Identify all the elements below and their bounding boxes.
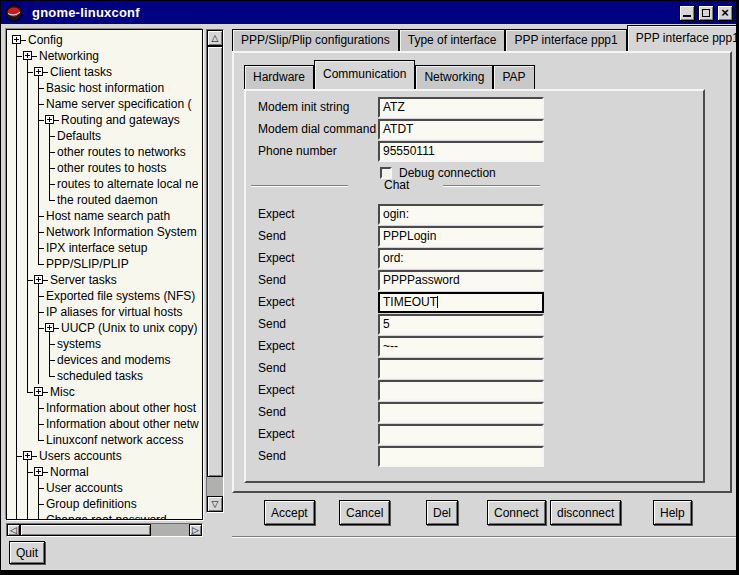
scroll-right-button[interactable]: ▷ <box>189 524 202 536</box>
disconnect-button[interactable]: disconnect <box>550 500 621 525</box>
modem-init-string-input[interactable]: ATZ <box>378 97 544 118</box>
expect-input-3[interactable]: ord: <box>378 248 544 269</box>
tree-item[interactable]: Client tasks <box>11 64 202 80</box>
expand-icon[interactable] <box>45 323 54 332</box>
send-input-6[interactable]: 5 <box>378 314 544 335</box>
accept-button[interactable]: Accept <box>264 500 315 525</box>
bottom-separator <box>232 536 736 538</box>
tab-ppp-interface-ppp1[interactable]: PPP interface ppp1 <box>627 25 737 51</box>
tab-communication[interactable]: Communication <box>314 60 415 89</box>
tree-item[interactable]: routes to alternate local ne <box>11 176 202 192</box>
tree-item[interactable]: Normal <box>11 464 202 480</box>
expect-input-5[interactable]: TIMEOUT <box>378 292 544 313</box>
tree-item[interactable]: other routes to networks <box>11 144 202 160</box>
expect-input-1[interactable]: ogin: <box>378 204 544 225</box>
tree-guide <box>22 272 33 288</box>
tab-ppp-interface-ppp1[interactable]: PPP interface ppp1 <box>505 29 626 51</box>
send-input-12[interactable] <box>378 446 544 467</box>
tree-guide <box>33 144 44 160</box>
tree-item[interactable]: Network Information System <box>11 224 202 240</box>
tree-item[interactable]: Defaults <box>11 128 202 144</box>
close-button[interactable]: × <box>717 5 733 21</box>
form-row: Modem dial commandATDT <box>246 119 703 140</box>
tab-hardware[interactable]: Hardware <box>244 65 314 89</box>
tree-item[interactable]: systems <box>11 336 202 352</box>
tree-item[interactable]: Group definitions <box>11 496 202 512</box>
tree-item-label: Host name search path <box>44 208 170 224</box>
phone-number-input[interactable]: 95550111 <box>378 141 544 162</box>
tree-item[interactable]: IPX interface setup <box>11 240 202 256</box>
expand-icon[interactable] <box>45 115 54 124</box>
tab-ppp-slip-plip-configurations[interactable]: PPP/Slip/Plip configurations <box>232 29 399 51</box>
tree-item[interactable]: Change root password <box>11 512 202 520</box>
tree-item[interactable]: other routes to hosts <box>11 160 202 176</box>
connect-button[interactable]: Connect <box>487 500 546 525</box>
quit-button[interactable]: Quit <box>9 541 45 564</box>
tree-item-label: Name server specification ( <box>44 96 191 112</box>
tree-item[interactable]: Information about other netw <box>11 416 202 432</box>
tree-item[interactable]: UUCP (Unix to unix copy) <box>11 320 202 336</box>
tree-item[interactable]: Routing and gateways <box>11 112 202 128</box>
tree-guide <box>44 192 55 208</box>
expect-label: Expect <box>258 292 295 313</box>
tree-item[interactable]: devices and modems <box>11 352 202 368</box>
tree-item[interactable]: Linuxconf network access <box>11 432 202 448</box>
tree-guide <box>11 432 22 448</box>
maximize-button[interactable] <box>698 5 714 21</box>
tree-item[interactable]: Server tasks <box>11 272 202 288</box>
tab-pap[interactable]: PAP <box>493 65 534 89</box>
tree-item[interactable]: Networking <box>11 48 202 64</box>
expand-icon[interactable] <box>23 451 32 460</box>
tree-guide <box>22 512 33 520</box>
modem-dial-command-input[interactable]: ATDT <box>378 119 544 140</box>
tree-guide <box>22 32 26 48</box>
del-button[interactable]: Del <box>426 500 458 525</box>
expand-icon[interactable] <box>12 35 21 44</box>
tab-networking[interactable]: Networking <box>415 65 493 89</box>
titlebar[interactable]: gnome-linuxconf × <box>1 1 736 24</box>
tree-item[interactable]: Exported file systems (NFS) <box>11 288 202 304</box>
minimize-button[interactable] <box>679 5 695 21</box>
tree-horizontal-scrollbar[interactable]: ◁ ▷ <box>6 523 203 537</box>
scroll-left-button[interactable]: ◁ <box>7 524 20 536</box>
expand-icon[interactable] <box>34 467 43 476</box>
tree-item[interactable]: PPP/SLIP/PLIP <box>11 256 202 272</box>
tree-item[interactable]: Information about other host <box>11 400 202 416</box>
send-input-10[interactable] <box>378 402 544 423</box>
horizontal-scrollbar-thumb[interactable] <box>20 524 151 536</box>
tree-item[interactable]: scheduled tasks <box>11 368 202 384</box>
tree-item-label: IP aliases for virtual hosts <box>44 304 183 320</box>
tree-item[interactable]: Basic host information <box>11 80 202 96</box>
tree-item[interactable]: Config <box>11 32 202 48</box>
tree-item[interactable]: Users accounts <box>11 448 202 464</box>
expand-icon[interactable] <box>34 387 43 396</box>
send-input-4[interactable]: PPPPassword <box>378 270 544 291</box>
tree-vertical-scrollbar[interactable]: △ ▽ <box>206 29 224 513</box>
send-input-2[interactable]: PPPLogin <box>378 226 544 247</box>
tab-type-of-interface[interactable]: Type of interface <box>399 29 506 51</box>
tree-item-label: Change root password <box>44 512 167 520</box>
cancel-button[interactable]: Cancel <box>339 500 390 525</box>
expand-icon[interactable] <box>23 51 32 60</box>
tree-guide <box>22 256 33 272</box>
send-input-8[interactable] <box>378 358 544 379</box>
scroll-up-button[interactable]: △ <box>207 30 223 46</box>
help-button[interactable]: Help <box>653 500 692 525</box>
scroll-down-button[interactable]: ▽ <box>207 496 223 512</box>
tree-item[interactable]: IP aliases for virtual hosts <box>11 304 202 320</box>
vertical-scrollbar-thumb[interactable] <box>207 46 223 477</box>
tree-item[interactable]: Name server specification ( <box>11 96 202 112</box>
tree-guide <box>33 320 44 336</box>
tree-item[interactable]: User accounts <box>11 480 202 496</box>
tree-item-label: Defaults <box>55 128 101 144</box>
expect-input-7[interactable]: ~-- <box>378 336 544 357</box>
tree-item[interactable]: Misc <box>11 384 202 400</box>
expect-input-11[interactable] <box>378 424 544 445</box>
tree-item-label: devices and modems <box>55 352 170 368</box>
expand-icon[interactable] <box>34 67 43 76</box>
tree-item[interactable]: Host name search path <box>11 208 202 224</box>
tree-guide <box>11 288 22 304</box>
tree-item[interactable]: the routed daemon <box>11 192 202 208</box>
expand-icon[interactable] <box>34 275 43 284</box>
expect-input-9[interactable] <box>378 380 544 401</box>
